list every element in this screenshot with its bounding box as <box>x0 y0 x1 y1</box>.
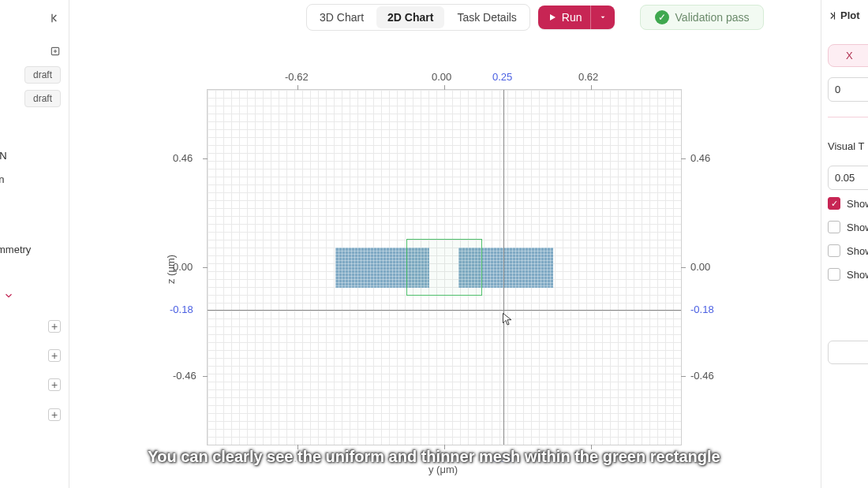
tab-task-details[interactable]: Task Details <box>446 6 527 28</box>
add-icon[interactable]: + <box>48 408 61 421</box>
checkbox-label: Show <box>847 198 868 210</box>
expand-icon <box>826 10 837 21</box>
sidebar-item-domain[interactable]: omain <box>0 173 4 185</box>
z-tick-label: 0.00 <box>173 261 193 273</box>
plot-canvas[interactable] <box>208 90 681 445</box>
check-icon: ✓ <box>655 10 669 24</box>
validation-badge: ✓ Validation pass <box>640 5 765 30</box>
z-tick-label: 0.00 <box>690 261 710 273</box>
run-dropdown[interactable] <box>590 6 615 29</box>
x-tick-label: -0.62 <box>285 453 309 464</box>
x-value-input[interactable]: 0 <box>828 77 868 102</box>
panel-header[interactable]: Plot <box>826 9 860 21</box>
chart-tabs: 3D Chart 2D Chart Task Details <box>306 4 530 31</box>
sidebar-item-symmetry[interactable]: d Symmetry <box>0 244 31 255</box>
cursor-line-h <box>208 310 681 311</box>
sidebar-collapse-button[interactable] <box>48 11 62 25</box>
sidebar-section-label: ATION <box>0 150 7 162</box>
top-toolbar: 3D Chart 2D Chart Task Details Run ✓ Val… <box>69 0 868 35</box>
z-tick-label: 0.46 <box>173 152 193 164</box>
validation-text: Validation pass <box>675 11 750 24</box>
run-label: Run <box>562 11 582 24</box>
checkbox-label: Show <box>847 222 868 233</box>
tab-3d-chart[interactable]: 3D Chart <box>309 6 375 28</box>
status-chip: draft <box>24 90 61 107</box>
status-chip: draft <box>24 66 61 84</box>
z-tick-label: -0.46 <box>690 370 714 382</box>
chevron-down-icon[interactable] <box>3 290 14 304</box>
x-tick-label: 0.00 <box>432 71 451 83</box>
z-tick-label: -0.46 <box>173 370 196 382</box>
show-option-row[interactable]: Show <box>828 221 868 233</box>
cursor-x-label: 0.25 <box>492 453 512 464</box>
cursor-x-label: 0.25 <box>492 71 512 83</box>
tab-2d-chart[interactable]: 2D Chart <box>376 6 444 28</box>
x-tick-label: -0.62 <box>285 71 309 83</box>
chevron-down-icon <box>599 13 607 21</box>
x-tick-label: 0.00 <box>432 453 451 464</box>
add-icon[interactable]: + <box>48 320 61 333</box>
add-item-icon[interactable] <box>48 44 62 58</box>
visual-value-input[interactable]: 0.05 <box>828 166 868 190</box>
show-option-row[interactable]: ✓ Show <box>828 197 868 210</box>
axis-x-pill[interactable]: X <box>828 44 868 67</box>
x-axis-label: y (μm) <box>428 464 458 475</box>
checkbox-label: Show <box>847 269 868 281</box>
run-button[interactable]: Run <box>538 6 615 29</box>
checkbox[interactable] <box>828 221 840 233</box>
cursor-line-v <box>503 90 504 445</box>
cursor-z-label: -0.18 <box>170 304 193 315</box>
checkbox[interactable]: ✓ <box>828 197 840 210</box>
divider <box>828 117 868 117</box>
x-tick-label: 0.62 <box>578 453 598 464</box>
visual-label: Visual T <box>828 140 865 152</box>
left-sidebar: draft draft ATION omain tion d Symmetry … <box>0 0 69 488</box>
chart-area: z (μm) y (μm) -0.62-0.620.000.000.620.62… <box>69 35 821 488</box>
checkbox-label: Show <box>847 245 868 257</box>
panel-title: Plot <box>840 9 860 21</box>
z-tick-label: 0.46 <box>690 152 710 164</box>
checkbox[interactable] <box>828 244 840 257</box>
cursor-z-label: -0.18 <box>690 304 714 315</box>
play-icon <box>548 13 557 22</box>
x-tick-label: 0.62 <box>578 71 598 83</box>
show-option-row[interactable]: Show <box>828 244 868 257</box>
mesh-override-box <box>406 239 482 296</box>
empty-input[interactable] <box>828 341 868 364</box>
show-option-row[interactable]: Show <box>828 268 868 281</box>
checkbox[interactable] <box>828 268 840 281</box>
right-panel: Plot X 0 Visual T 0.05 ✓ Show Show Show … <box>821 0 868 488</box>
add-icon[interactable]: + <box>48 349 61 362</box>
add-icon[interactable]: + <box>48 378 61 391</box>
